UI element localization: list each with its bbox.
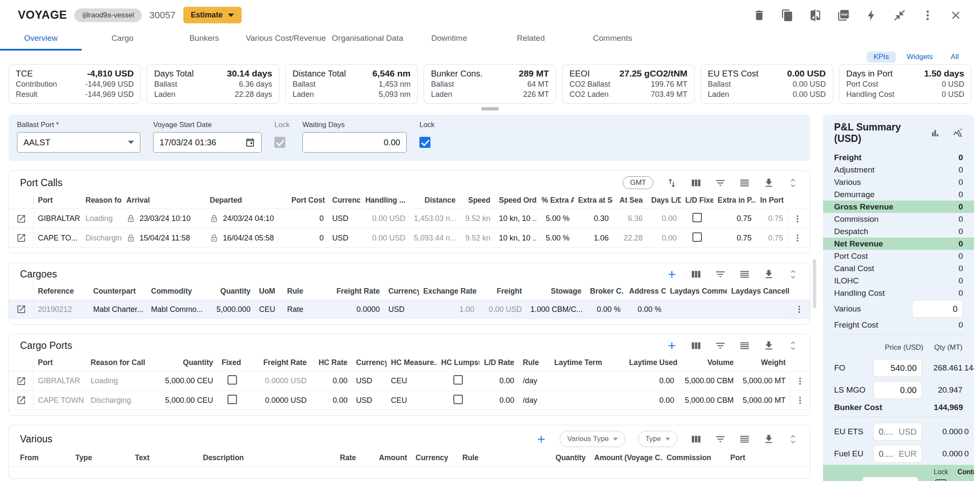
column-header[interactable]: Extra at Sea	[574, 196, 613, 205]
column-header[interactable]: Amount	[360, 453, 411, 462]
waiting-days-input[interactable]	[309, 138, 400, 147]
collapse-section-icon[interactable]	[787, 269, 799, 280]
delete-icon[interactable]	[753, 9, 766, 22]
column-header[interactable]: Port Cost	[287, 196, 328, 205]
column-header[interactable]: Quantity	[539, 453, 590, 462]
columns-icon[interactable]	[690, 340, 702, 351]
column-header[interactable]: Volume	[678, 358, 738, 367]
various-type-filter[interactable]: Various Type	[560, 431, 625, 447]
ld-fixed-checkbox[interactable]	[692, 213, 702, 222]
row-density-icon[interactable]	[739, 177, 750, 189]
column-header[interactable]: Reason fo...	[81, 196, 122, 205]
row-density-icon[interactable]	[739, 433, 750, 445]
more-menu-icon[interactable]	[921, 9, 934, 22]
column-header[interactable]: Rate	[296, 453, 360, 462]
column-header[interactable]: Fixed	[217, 358, 247, 367]
download-icon[interactable]	[763, 177, 775, 189]
column-header[interactable]: L/D Rate	[479, 358, 518, 367]
column-header[interactable]: Handling ...	[360, 196, 410, 205]
collapse-section-icon[interactable]	[787, 177, 799, 189]
port-call-row[interactable]: GIBRALTAR Loading 23/03/24 10:10 24/03/2…	[9, 209, 810, 228]
column-header[interactable]: Laytime Used	[625, 358, 678, 367]
tab-related[interactable]: Related	[490, 28, 572, 51]
column-header[interactable]: % Extra At...	[537, 196, 574, 205]
view-all-link[interactable]: All	[944, 51, 966, 62]
view-kpis-link[interactable]: KPIs	[867, 51, 896, 62]
columns-icon[interactable]	[690, 177, 702, 189]
voyage-start-date-input[interactable]: 17/03/24 01:36	[153, 132, 262, 153]
collapse-window-icon[interactable]	[893, 9, 906, 22]
estimate-button[interactable]: Estimate	[183, 7, 242, 23]
column-header[interactable]: HC Lumpsum	[437, 358, 479, 367]
hc-lumpsum-checkbox[interactable]	[453, 375, 463, 385]
lock-waiting-checkbox[interactable]	[419, 137, 430, 148]
column-header[interactable]: Quantity	[158, 358, 217, 367]
column-header[interactable]: Amount (Voyage C...	[590, 453, 662, 462]
close-icon[interactable]	[949, 9, 962, 22]
column-header[interactable]: Laydays Cancelling	[727, 287, 789, 296]
filter-icon[interactable]	[715, 177, 726, 189]
port-call-row[interactable]: CAPE TO... Discharging 15/04/24 11:58 16…	[9, 228, 810, 248]
download-icon[interactable]	[763, 433, 775, 445]
add-cargo-icon[interactable]	[666, 269, 678, 280]
column-header[interactable]: Rule	[283, 287, 330, 296]
ld-fixed-checkbox[interactable]	[692, 232, 702, 242]
column-header[interactable]: Stowage	[526, 287, 586, 296]
columns-icon[interactable]	[690, 269, 702, 280]
lock-date-checkbox[interactable]	[274, 137, 285, 148]
open-record-icon[interactable]	[16, 214, 26, 224]
column-header[interactable]: Port	[34, 358, 86, 367]
column-header[interactable]: Speed	[460, 196, 495, 205]
open-record-icon[interactable]	[16, 233, 26, 243]
filter-icon[interactable]	[715, 340, 726, 351]
fixed-checkbox[interactable]	[228, 375, 237, 385]
column-header[interactable]: Currency	[328, 196, 360, 205]
column-header[interactable]: HC Measure...	[387, 358, 437, 367]
column-header[interactable]: UoM	[255, 287, 283, 296]
timezone-badge[interactable]: GMT	[623, 176, 653, 189]
scrollbar-thumb[interactable]	[813, 259, 816, 308]
panel-resize-handle[interactable]	[481, 107, 499, 110]
tab-overview[interactable]: Overview	[0, 28, 82, 51]
column-header[interactable]: Currency	[411, 453, 458, 462]
export-pdf-icon[interactable]	[837, 9, 850, 22]
duplicate-icon[interactable]	[781, 9, 794, 22]
tab-comments[interactable]: Comments	[572, 28, 653, 51]
column-header[interactable]: Commodity	[147, 287, 204, 296]
column-header[interactable]: From	[16, 453, 71, 462]
tab-cargo[interactable]: Cargo	[82, 28, 163, 51]
row-menu-icon[interactable]	[795, 376, 805, 386]
column-header[interactable]: Distance	[410, 196, 460, 205]
row-menu-icon[interactable]	[795, 305, 804, 314]
column-header[interactable]: Currency	[352, 358, 387, 367]
column-header[interactable]: Exchange Rate	[419, 287, 479, 296]
pnl-various-input[interactable]	[917, 304, 957, 314]
row-menu-icon[interactable]	[793, 233, 802, 243]
quick-update-icon[interactable]	[865, 9, 878, 22]
column-header[interactable]: Freight	[479, 287, 526, 296]
column-header[interactable]: Laydays Commence	[666, 287, 727, 296]
fixed-checkbox[interactable]	[228, 395, 237, 404]
column-header[interactable]: Port	[34, 196, 81, 205]
column-header[interactable]: Address C.	[625, 287, 666, 296]
download-icon[interactable]	[763, 269, 775, 280]
cargo-row[interactable]: 20190212 Mabl Charter... Mabl Commo... 5…	[9, 300, 810, 319]
row-menu-icon[interactable]	[795, 396, 805, 405]
column-header[interactable]: Rule	[458, 453, 539, 462]
column-header[interactable]: Currency	[384, 287, 419, 296]
open-record-icon[interactable]	[16, 376, 26, 386]
column-header[interactable]: Reference	[34, 287, 89, 296]
compare-icon[interactable]	[809, 9, 822, 22]
cargo-port-row[interactable]: CAPE TOWN Discharging 5,000.00 CEU 0.000…	[9, 390, 810, 410]
column-header[interactable]: Speed Ord...	[495, 196, 537, 205]
download-icon[interactable]	[763, 340, 775, 351]
column-header[interactable]: Extra in P...	[713, 196, 756, 205]
column-header[interactable]: Freight Rate	[247, 358, 311, 367]
row-density-icon[interactable]	[739, 269, 750, 280]
fo-price-input[interactable]	[879, 363, 917, 373]
column-header[interactable]: Type	[71, 453, 131, 462]
column-header[interactable]: Text	[131, 453, 199, 462]
calendar-icon[interactable]	[245, 137, 255, 147]
tce-lock-checkbox[interactable]	[935, 479, 946, 481]
column-header[interactable]: Rule	[518, 358, 550, 367]
